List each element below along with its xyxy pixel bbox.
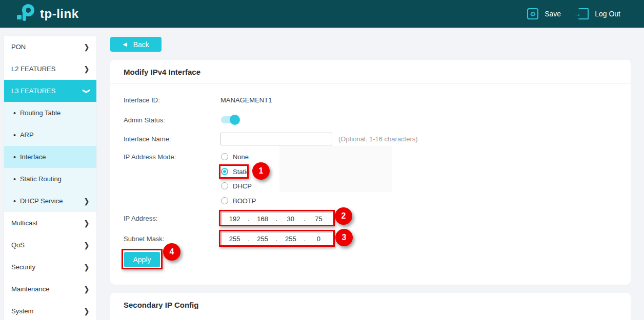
- annotation-badge-3: 3: [335, 229, 353, 246]
- radio-none[interactable]: None: [221, 152, 249, 162]
- radio-label: Static: [233, 168, 250, 176]
- chevron-right-icon: ❯: [84, 197, 89, 205]
- radio-icon: [221, 153, 228, 160]
- mask-octet-2[interactable]: 255: [250, 235, 276, 243]
- secondary-panel-title: Secondary IP Config: [124, 301, 198, 309]
- mask-octet-4[interactable]: 0: [306, 235, 332, 243]
- mask-octet-1[interactable]: 255: [222, 235, 248, 243]
- ip-octet-2[interactable]: 168: [250, 215, 276, 223]
- sidebar-item-security[interactable]: Security ❯: [4, 256, 96, 278]
- ip-octet-3[interactable]: 30: [277, 215, 304, 223]
- sidebar-item-label: DHCP Service: [20, 197, 84, 205]
- header-actions: ⚙ Save → Log Out: [527, 8, 620, 19]
- arrow-right-icon: →: [574, 10, 581, 18]
- sidebar-item-static-routing[interactable]: • Static Routing: [4, 168, 96, 190]
- sidebar-item-label: Static Routing: [20, 175, 89, 183]
- toggle-knob: [230, 115, 240, 125]
- back-label: Back: [133, 40, 149, 49]
- interface-name-label: Interface Name:: [124, 135, 171, 143]
- save-icon: ⚙: [527, 8, 538, 19]
- sidebar-item-pon[interactable]: PON ❯: [4, 36, 96, 58]
- annotation-badge-1: 1: [252, 162, 270, 180]
- radio-static[interactable]: Static: [221, 166, 250, 177]
- page-title: Modify IPv4 Interface: [124, 68, 200, 76]
- sidebar-item-label: QoS: [11, 241, 84, 249]
- bullet-icon: •: [13, 110, 16, 117]
- interface-id-value: MANAGEMENT1: [220, 96, 272, 104]
- bullet-icon: •: [13, 154, 16, 161]
- save-label: Save: [545, 10, 561, 18]
- sidebar-item-multicast[interactable]: Multicast ❯: [4, 212, 96, 234]
- apply-button[interactable]: Apply: [124, 252, 160, 267]
- secondary-ip-config-panel: Secondary IP Config: [110, 293, 631, 320]
- sidebar-item-qos[interactable]: QoS ❯: [4, 234, 96, 256]
- ip-octet-4[interactable]: 75: [306, 215, 332, 223]
- sidebar-item-label: ARP: [20, 131, 89, 139]
- chevron-right-icon: ❯: [84, 42, 89, 51]
- screenshot-artifact: [279, 146, 392, 192]
- ip-mode-label: IP Address Mode:: [124, 153, 176, 161]
- radio-bootp[interactable]: BOOTP: [221, 196, 256, 206]
- gear-icon: ⚙: [530, 11, 536, 17]
- save-button[interactable]: ⚙ Save: [527, 8, 561, 19]
- subnet-mask-label: Subnet Mask:: [124, 235, 165, 243]
- sidebar-item-label: Maintenance: [11, 285, 84, 293]
- brand-name: tp-link: [40, 7, 79, 21]
- bullet-icon: •: [13, 198, 16, 205]
- sidebar-item-interface[interactable]: • Interface: [4, 146, 96, 168]
- sidebar-item-arp[interactable]: • ARP: [4, 124, 96, 146]
- brand-logo: tp-link: [15, 4, 79, 24]
- radio-label: DHCP: [233, 182, 252, 190]
- ip-octet-1[interactable]: 192: [222, 215, 248, 223]
- interface-name-input[interactable]: [220, 133, 332, 145]
- sidebar-item-l3-features[interactable]: L3 FEATURES ❯: [4, 80, 96, 102]
- l3-features-submenu: • Routing Table • ARP • Interface • Stat…: [4, 102, 96, 212]
- sidebar-item-label: System: [11, 307, 84, 315]
- tplink-logo-icon: [15, 4, 36, 24]
- chevron-right-icon: ❯: [84, 219, 89, 227]
- sidebar-item-label: Routing Table: [20, 109, 89, 117]
- annotation-badge-4: 4: [163, 243, 180, 261]
- subnet-mask-input[interactable]: 255 . 255 . 255 . 0: [221, 232, 332, 246]
- mask-octet-3[interactable]: 255: [277, 235, 304, 243]
- sidebar-item-label: L3 FEATURES: [11, 87, 84, 95]
- sidebar-item-maintenance[interactable]: Maintenance ❯: [4, 278, 96, 300]
- logout-button[interactable]: → Log Out: [578, 8, 620, 19]
- back-button[interactable]: ◀ Back: [110, 37, 162, 52]
- radio-icon: [221, 182, 228, 189]
- modify-ipv4-panel: Modify IPv4 Interface Interface ID: MANA…: [110, 60, 631, 285]
- admin-status-label: Admin Status:: [124, 116, 165, 124]
- radio-icon: [221, 197, 228, 204]
- sidebar-item-label: Security: [11, 263, 84, 271]
- logout-icon: →: [578, 8, 589, 19]
- chevron-right-icon: ❯: [84, 307, 89, 315]
- radio-label: BOOTP: [233, 197, 256, 205]
- sidebar-item-label: Interface: [20, 153, 89, 161]
- logout-label: Log Out: [595, 10, 620, 18]
- admin-status-toggle[interactable]: [221, 116, 238, 123]
- interface-name-hint: (Optional. 1-16 characters): [338, 135, 418, 143]
- ip-address-label: IP Address:: [124, 215, 157, 222]
- annotation-badge-2: 2: [335, 207, 352, 225]
- chevron-right-icon: ❯: [84, 65, 89, 73]
- ip-address-input[interactable]: 192 . 168 . 30 . 75: [221, 212, 332, 225]
- back-arrow-icon: ◀: [123, 41, 127, 47]
- sidebar-item-label: L2 FEATURES: [11, 65, 84, 73]
- bullet-icon: •: [13, 176, 16, 183]
- bullet-icon: •: [13, 132, 16, 139]
- sidebar-item-l2-features[interactable]: L2 FEATURES ❯: [4, 58, 96, 80]
- sidebar-item-label: PON: [11, 43, 84, 51]
- sidebar-item-routing-table[interactable]: • Routing Table: [4, 102, 96, 124]
- chevron-right-icon: ❯: [84, 241, 89, 249]
- sidebar-item-label: Multicast: [11, 219, 84, 227]
- chevron-right-icon: ❯: [84, 285, 89, 293]
- header-bar: tp-link ⚙ Save → Log Out: [0, 0, 644, 28]
- radio-dhcp[interactable]: DHCP: [221, 181, 252, 191]
- radio-selected-icon: [221, 168, 228, 175]
- sidebar-nav: PON ❯ L2 FEATURES ❯ L3 FEATURES ❯ • Rout…: [4, 36, 96, 320]
- sidebar-item-dhcp-service[interactable]: • DHCP Service ❯: [4, 190, 96, 212]
- divider: [110, 83, 631, 84]
- chevron-down-icon: ❯: [83, 88, 91, 93]
- sidebar-item-system[interactable]: System ❯: [4, 300, 96, 320]
- radio-label: None: [233, 153, 249, 161]
